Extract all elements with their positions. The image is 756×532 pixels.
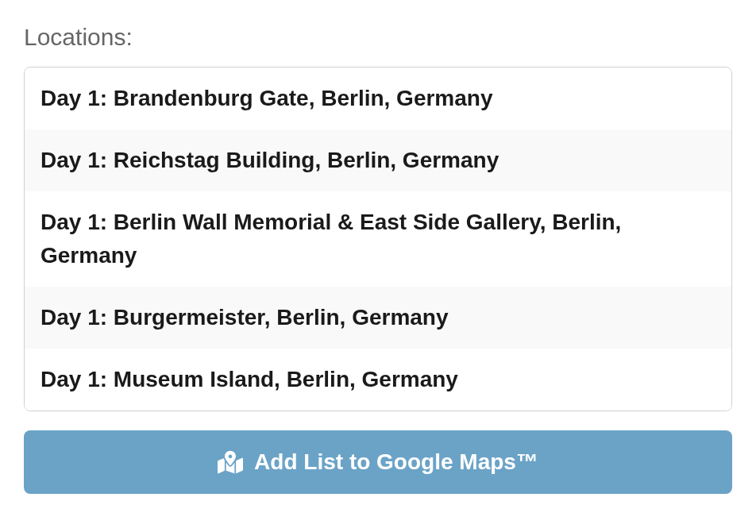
list-item: Day 1: Brandenburg Gate, Berlin, Germany [25,67,731,129]
list-item: Day 1: Burgermeister, Berlin, Germany [25,287,731,349]
list-item: Day 1: Museum Island, Berlin, Germany [25,349,731,411]
map-pin-icon [218,449,243,475]
list-item: Day 1: Berlin Wall Memorial & East Side … [25,191,731,287]
section-title: Locations: [24,24,732,51]
add-to-google-maps-button[interactable]: Add List to Google Maps™ [24,430,732,494]
list-item: Day 1: Reichstag Building, Berlin, Germa… [25,129,731,191]
locations-list: Day 1: Brandenburg Gate, Berlin, Germany… [24,67,732,411]
button-label: Add List to Google Maps™ [254,449,538,475]
